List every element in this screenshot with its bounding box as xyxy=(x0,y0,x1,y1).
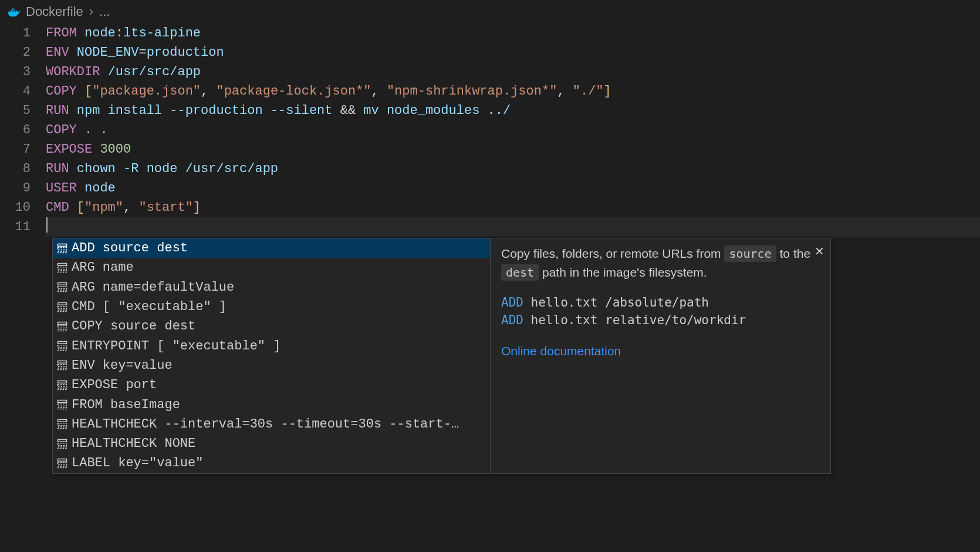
suggestion-label: HEALTHCHECK NONE xyxy=(72,434,195,453)
snippet-icon xyxy=(56,399,68,410)
code-line[interactable]: COPY ["package.json", "package-lock.json… xyxy=(46,82,980,101)
code-line[interactable]: EXPOSE 3000 xyxy=(46,140,980,159)
breadcrumb-extra[interactable]: ... xyxy=(99,4,110,19)
svg-rect-26 xyxy=(58,408,67,409)
code-line[interactable]: COPY . . xyxy=(46,120,980,140)
svg-rect-35 xyxy=(58,466,67,468)
svg-rect-14 xyxy=(58,329,67,331)
suggestion-item[interactable]: CMD [ "executable" ] xyxy=(53,297,490,317)
suggestion-item[interactable]: COPY source dest xyxy=(53,317,490,336)
snippet-icon xyxy=(56,418,68,430)
breadcrumb-separator: › xyxy=(89,4,93,19)
code-line[interactable]: ENV NODE_ENV=production xyxy=(46,43,980,62)
code-line[interactable]: WORKDIR /usr/src/app xyxy=(46,62,980,82)
svg-rect-1 xyxy=(58,247,67,250)
svg-rect-34 xyxy=(58,463,67,465)
suggestion-label: ENTRYPOINT [ "executable" ] xyxy=(72,336,281,356)
snippet-icon xyxy=(56,340,68,352)
svg-rect-13 xyxy=(58,326,67,328)
online-documentation-link[interactable]: Online documentation xyxy=(501,342,820,361)
svg-rect-27 xyxy=(58,420,67,422)
suggestion-label: FROM baseImage xyxy=(72,395,180,415)
doc-text: Copy files, folders, or remote URLs from… xyxy=(501,244,820,282)
snippet-icon xyxy=(56,438,68,450)
svg-rect-25 xyxy=(58,404,67,406)
suggestion-item[interactable]: FROM baseImage xyxy=(53,395,490,414)
svg-rect-17 xyxy=(58,349,67,351)
svg-rect-30 xyxy=(58,439,67,442)
code-line[interactable]: FROM node:lts-alpine xyxy=(46,23,980,43)
svg-rect-32 xyxy=(58,447,67,449)
suggestion-item[interactable]: ARG name xyxy=(53,258,490,277)
snippet-icon xyxy=(56,457,68,469)
svg-rect-18 xyxy=(58,361,67,363)
svg-rect-23 xyxy=(58,388,67,390)
svg-rect-4 xyxy=(58,267,67,270)
svg-rect-29 xyxy=(58,427,67,429)
suggestion-label: EXPOSE port xyxy=(72,375,157,395)
svg-rect-7 xyxy=(58,287,67,289)
suggestion-item[interactable]: HEALTHCHECK --interval=30s --timeout=30s… xyxy=(53,415,490,434)
intellisense-popup: ADD source destARG nameARG name=defaultV… xyxy=(52,238,831,474)
suggestion-item[interactable]: ENTRYPOINT [ "executable" ] xyxy=(53,336,490,355)
svg-rect-10 xyxy=(58,306,67,308)
suggestion-label: ARG name xyxy=(72,258,134,277)
code-line[interactable]: CMD ["npm", "start"] xyxy=(46,198,980,217)
code-line[interactable]: USER node xyxy=(46,179,980,198)
snippet-icon xyxy=(56,281,68,293)
svg-rect-0 xyxy=(58,244,67,246)
svg-rect-24 xyxy=(58,400,67,403)
svg-rect-28 xyxy=(58,423,67,426)
doc-examples: ADD hello.txt /absolute/pathADD hello.tx… xyxy=(501,294,820,329)
svg-rect-21 xyxy=(58,381,67,383)
svg-rect-2 xyxy=(58,251,67,253)
svg-rect-20 xyxy=(58,368,67,370)
svg-rect-22 xyxy=(58,384,67,386)
svg-rect-9 xyxy=(58,302,67,305)
suggestion-label: ARG name=defaultValue xyxy=(72,278,234,297)
code-editor[interactable]: 1234567891011 FROM node:lts-alpineENV NO… xyxy=(0,23,980,237)
snippet-icon xyxy=(56,359,68,371)
suggestion-label: HEALTHCHECK --interval=30s --timeout=30s… xyxy=(72,415,459,434)
svg-rect-8 xyxy=(58,290,67,292)
line-number-gutter: 1234567891011 xyxy=(0,23,46,237)
breadcrumb: Dockerfile › ... xyxy=(0,0,980,23)
suggestion-label: LABEL key="value" xyxy=(72,453,203,473)
svg-rect-6 xyxy=(58,283,67,285)
suggestion-item[interactable]: LABEL key="value" xyxy=(53,453,490,473)
suggestion-item[interactable]: ENV key=value xyxy=(53,356,490,375)
suggestion-item[interactable]: ARG name=defaultValue xyxy=(53,278,490,297)
snippet-icon xyxy=(56,262,68,274)
snippet-icon xyxy=(56,301,68,313)
suggestion-label: ENV key=value xyxy=(72,356,173,375)
svg-rect-16 xyxy=(58,345,67,348)
svg-rect-15 xyxy=(58,342,67,344)
snippet-icon xyxy=(56,243,68,254)
breadcrumb-file[interactable]: Dockerfile xyxy=(26,4,83,19)
svg-rect-19 xyxy=(58,365,67,367)
snippet-icon xyxy=(56,321,68,332)
suggestion-label: CMD [ "executable" ] xyxy=(72,297,227,317)
snippet-icon xyxy=(56,379,68,391)
code-line[interactable]: RUN npm install --production --silent &&… xyxy=(46,101,980,120)
docker-icon xyxy=(7,5,20,18)
code-area[interactable]: FROM node:lts-alpineENV NODE_ENV=product… xyxy=(46,23,980,237)
suggestion-documentation: ✕ Copy files, folders, or remote URLs fr… xyxy=(491,238,831,474)
code-line[interactable] xyxy=(46,217,980,237)
suggestion-item[interactable]: ADD source dest xyxy=(53,238,490,258)
suggestion-label: COPY source dest xyxy=(72,317,195,336)
suggestion-item[interactable]: HEALTHCHECK NONE xyxy=(53,434,490,453)
code-line[interactable]: RUN chown -R node /usr/src/app xyxy=(46,159,980,179)
svg-rect-31 xyxy=(58,443,67,445)
close-icon[interactable]: ✕ xyxy=(815,242,824,261)
svg-rect-3 xyxy=(58,263,67,265)
svg-rect-33 xyxy=(58,459,67,461)
suggestion-label: ADD source dest xyxy=(72,238,188,258)
suggestion-list[interactable]: ADD source destARG nameARG name=defaultV… xyxy=(52,238,491,474)
suggestion-item[interactable]: EXPOSE port xyxy=(53,375,490,395)
svg-rect-11 xyxy=(58,310,67,312)
svg-rect-12 xyxy=(58,322,67,324)
svg-rect-5 xyxy=(58,271,67,272)
